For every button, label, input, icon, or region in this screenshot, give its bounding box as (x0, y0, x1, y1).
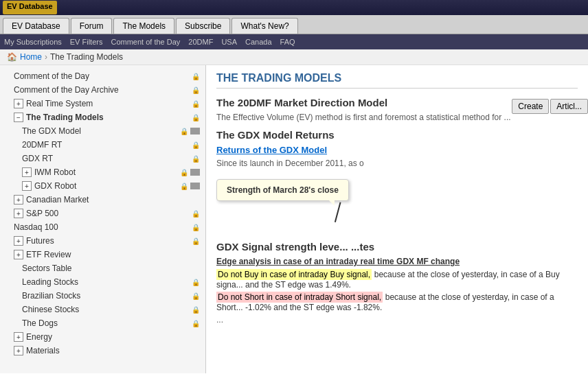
sidebar-label: S&P 500 (26, 209, 189, 218)
sidebar-item-materials[interactable]: + Materials (0, 344, 205, 358)
sidebar-label: Futures (26, 236, 189, 246)
line1-text: Do not Buy in case of intraday Buy signa… (216, 269, 578, 290)
tab-whats-new[interactable]: What's New? (231, 18, 297, 34)
img-icon (190, 183, 200, 189)
sub-nav-faq[interactable]: FAQ (280, 38, 295, 46)
sidebar-label: Nasdaq 100 (14, 222, 189, 232)
sub-nav: My Subscriptions EV Filters Comment of t… (0, 34, 588, 49)
img-icon (190, 128, 200, 135)
line2-red: Do not Short in case of intraday Short s… (216, 292, 383, 303)
sub-nav-ev-filters[interactable]: EV Filters (70, 38, 103, 46)
breadcrumb-sep: › (45, 52, 47, 62)
sidebar-label: The Trading Models (26, 113, 189, 122)
sidebar-label: Energy (26, 332, 200, 342)
sidebar-item-chinese-stocks[interactable]: Chinese Stocks 🔒 (0, 303, 205, 316)
lock-icon: 🔒 (192, 141, 200, 149)
sub-nav-20dmf[interactable]: 20DMF (188, 38, 213, 46)
top-right-buttons: Create Articl... (512, 99, 588, 114)
sidebar-label: ETF Review (26, 250, 200, 259)
expand-icon: + (14, 99, 23, 108)
img-icon (190, 169, 200, 176)
page-title: THE TRADING MODELS (216, 72, 578, 89)
lock-icon: 🔒 (192, 237, 200, 245)
sidebar-label: Brazilian Stocks (22, 291, 189, 301)
section2-subtitle: Returns of the GDX Model (216, 145, 578, 155)
sidebar-item-leading-stocks[interactable]: Leading Stocks 🔒 (0, 275, 205, 289)
sidebar-item-sectors-table[interactable]: Sectors Table (0, 261, 205, 275)
sidebar-label: IWM Robot (34, 167, 177, 177)
section2-description: Since its launch in December 2011, as o (216, 159, 578, 168)
sidebar-label: Canadian Market (26, 195, 200, 204)
ev-database-logo[interactable]: EV Database (3, 1, 57, 14)
content-wrapper: Comment of the Day 🔒 Comment of the Day … (0, 65, 588, 373)
expand-icon: + (14, 346, 23, 355)
lock-icon: 🔒 (192, 155, 200, 163)
section3-title: GDX Signal strength leve... ...tes (216, 241, 578, 253)
sidebar-item-sp500[interactable]: + S&P 500 🔒 (0, 207, 205, 220)
expand-icon: + (14, 332, 23, 342)
sidebar-item-gdx-rt[interactable]: GDX RT 🔒 (0, 152, 205, 165)
lock-icon: 🔒 (192, 210, 200, 218)
sub-nav-usa[interactable]: USA (221, 38, 237, 46)
line1-yellow: Do not Buy in case of intraday Buy signa… (216, 269, 372, 280)
sidebar-label: Chinese Stocks (22, 305, 189, 314)
lock-icon: 🔒 (192, 86, 200, 94)
sidebar-label: GDX Robot (34, 181, 177, 191)
lock-icon: 🔒 (192, 114, 200, 121)
sidebar-label: Real Time System (26, 99, 189, 108)
breadcrumb-home-link[interactable]: Home (20, 52, 42, 62)
expand-icon: − (14, 113, 23, 122)
sub-nav-canada[interactable]: Canada (245, 38, 272, 46)
main-nav: EV Database Forum The Models Subscribe W… (0, 15, 588, 34)
sidebar-label: Comment of the Day (14, 71, 189, 81)
lock-icon: 🔒 (192, 100, 200, 108)
lock-icon: 🔒 (192, 320, 200, 327)
lock-icon: 🔒 (192, 292, 200, 300)
sidebar-item-20dmf-rt[interactable]: 20DMF RT 🔒 (0, 138, 205, 152)
sidebar-item-real-time-system[interactable]: + Real Time System 🔒 (0, 97, 205, 110)
tooltip-bubble: Strength of March 28's close (216, 179, 349, 201)
sidebar-item-the-dogs[interactable]: The Dogs 🔒 (0, 316, 205, 330)
article-button[interactable]: Articl... (550, 99, 588, 114)
sidebar-item-brazilian-stocks[interactable]: Brazilian Stocks 🔒 (0, 289, 205, 303)
expand-icon: + (14, 250, 23, 259)
tooltip-arrow (322, 199, 341, 222)
sidebar-item-iwm-robot[interactable]: + IWM Robot 🔒 (0, 165, 205, 179)
sidebar-label: Comment of the Day Archive (14, 85, 189, 95)
sub-nav-comment-of-day[interactable]: Comment of the Day (111, 38, 180, 46)
tab-the-models[interactable]: The Models (113, 18, 174, 34)
sidebar-label: Sectors Table (22, 264, 200, 273)
sidebar-label: The GDX Model (22, 126, 177, 136)
lock-icon: 🔒 (180, 169, 188, 176)
lock-icon: 🔒 (180, 128, 188, 135)
expand-icon: + (14, 195, 23, 204)
sub-nav-my-subscriptions[interactable]: My Subscriptions (4, 38, 62, 46)
sidebar-item-nasdaq100[interactable]: Nasdaq 100 🔒 (0, 220, 205, 234)
sidebar-item-gdx-model[interactable]: The GDX Model 🔒 (0, 124, 205, 138)
breadcrumb: 🏠 Home › The Trading Models (0, 49, 588, 65)
sidebar-item-gdx-robot[interactable]: + GDX Robot 🔒 (0, 179, 205, 193)
edge-analysis-label: Edge analysis in case of an intraday rea… (216, 257, 578, 266)
tab-ev-database[interactable]: EV Database (3, 18, 69, 34)
sidebar-item-comment-of-day[interactable]: Comment of the Day 🔒 (0, 69, 205, 83)
tooltip-text: Strength of March 28's close (227, 185, 339, 195)
lock-icon: 🔒 (192, 73, 200, 80)
sidebar-label: 20DMF RT (22, 140, 189, 150)
sidebar-label: Materials (26, 346, 200, 355)
sidebar-item-etf-review[interactable]: + ETF Review (0, 248, 205, 261)
expand-icon: + (22, 181, 32, 191)
lock-icon: 🔒 (180, 183, 188, 190)
sidebar-item-canadian-market[interactable]: + Canadian Market (0, 193, 205, 207)
tab-forum[interactable]: Forum (71, 18, 113, 34)
ellipsis-text: ... (216, 315, 578, 325)
sidebar-item-trading-models[interactable]: − The Trading Models 🔒 (0, 110, 205, 124)
tab-subscribe[interactable]: Subscribe (176, 18, 230, 34)
sidebar-item-futures[interactable]: + Futures 🔒 (0, 234, 205, 248)
sidebar: Comment of the Day 🔒 Comment of the Day … (0, 65, 206, 373)
sidebar-item-comment-archive[interactable]: Comment of the Day Archive 🔒 (0, 83, 205, 97)
section1-description: The Effective Volume (EV) method is firs… (216, 113, 578, 122)
home-icon: 🏠 (7, 52, 17, 62)
expand-icon: + (14, 209, 23, 218)
sidebar-item-energy[interactable]: + Energy (0, 330, 205, 344)
create-button[interactable]: Create (512, 99, 549, 114)
